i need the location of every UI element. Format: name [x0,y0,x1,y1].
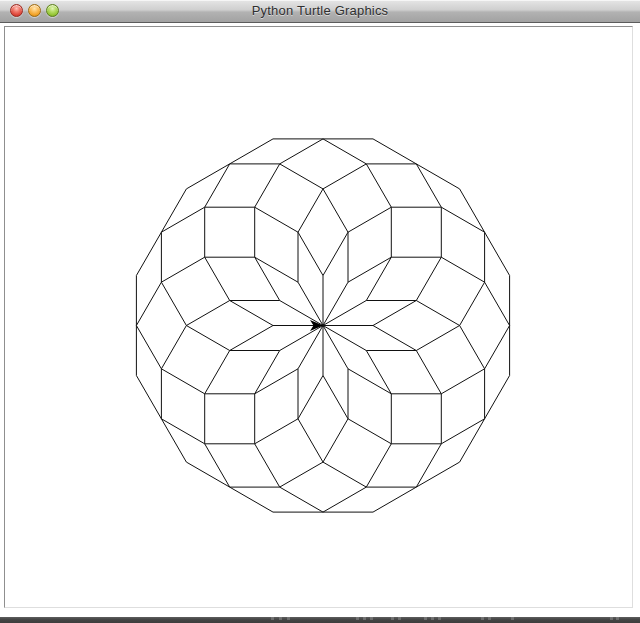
turtle-graphics-window: Python Turtle Graphics [0,0,640,623]
titlebar: Python Turtle Graphics [0,0,640,23]
window-title: Python Turtle Graphics [0,3,640,18]
canvas-area [0,23,640,617]
background-window-strip [0,617,640,623]
drawing-canvas[interactable] [4,26,633,608]
